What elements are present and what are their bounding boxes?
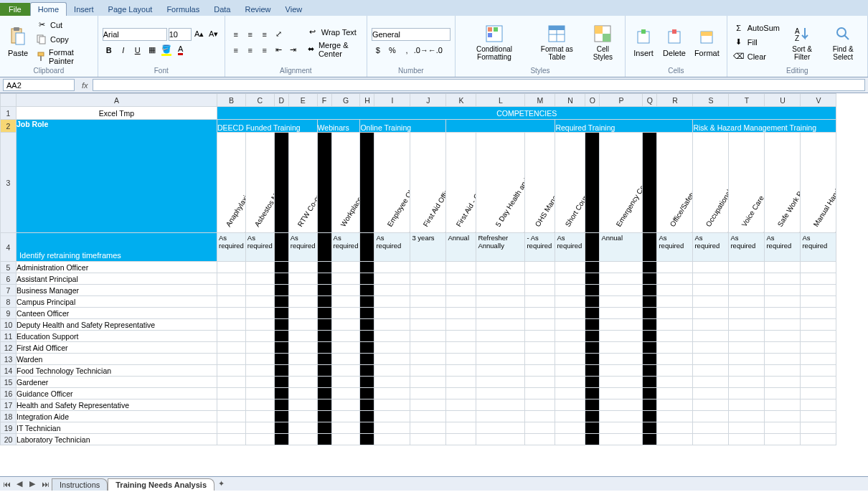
cell[interactable] <box>555 434 585 445</box>
cell[interactable] <box>555 388 585 399</box>
cell[interactable] <box>245 331 274 342</box>
cell[interactable] <box>360 388 374 399</box>
cell[interactable] <box>317 285 331 296</box>
cell[interactable] <box>331 331 360 342</box>
row-header[interactable]: 18 <box>1 411 16 422</box>
cell[interactable] <box>217 377 246 388</box>
cell[interactable] <box>765 342 801 354</box>
bold-button[interactable]: B <box>103 44 115 57</box>
cell[interactable] <box>217 365 246 377</box>
cell[interactable] <box>600 399 643 411</box>
cell[interactable]: Office/Safety Ergonomics <box>657 133 693 233</box>
cell[interactable] <box>729 319 765 331</box>
cell[interactable] <box>331 388 360 399</box>
wrap-text-button[interactable]: ↩Wrap Text <box>306 26 362 39</box>
cell[interactable] <box>476 262 525 273</box>
col-header[interactable]: F <box>317 94 331 107</box>
cell[interactable]: As required <box>374 233 410 262</box>
cell[interactable] <box>331 262 360 273</box>
row-header[interactable]: 12 <box>1 342 16 354</box>
row-header[interactable]: 3 <box>1 133 16 233</box>
cell[interactable] <box>360 296 374 308</box>
cell[interactable] <box>360 308 374 319</box>
cell[interactable]: Manual Handling <box>801 133 836 233</box>
col-header[interactable]: A <box>16 94 217 107</box>
font-color-button[interactable]: A <box>174 44 187 57</box>
cell[interactable] <box>217 388 246 399</box>
col-header[interactable]: E <box>288 94 317 107</box>
col-header[interactable]: H <box>360 94 374 107</box>
percent-button[interactable]: % <box>386 44 399 57</box>
cell[interactable] <box>274 342 288 354</box>
cell[interactable] <box>585 388 600 399</box>
sort-filter-button[interactable]: AZSort & Filter <box>784 17 820 67</box>
cell[interactable] <box>693 388 729 399</box>
cell[interactable] <box>274 233 288 262</box>
tab-insert[interactable]: Insert <box>67 3 101 16</box>
cell[interactable] <box>729 273 765 285</box>
cell[interactable] <box>331 411 360 422</box>
cell[interactable] <box>729 296 765 308</box>
row-header[interactable]: 9 <box>1 308 16 319</box>
cell[interactable] <box>331 434 360 445</box>
cell[interactable] <box>476 354 525 365</box>
cell[interactable] <box>600 262 643 273</box>
autosum-button[interactable]: ΣAutoSum <box>732 22 781 34</box>
row-header[interactable]: 16 <box>1 388 16 399</box>
cell[interactable] <box>555 411 585 422</box>
cell[interactable] <box>245 354 274 365</box>
cell[interactable] <box>643 233 657 262</box>
cell[interactable] <box>374 319 410 331</box>
cell[interactable] <box>446 399 476 411</box>
cell[interactable]: Voice Care <box>729 133 765 233</box>
cell[interactable] <box>374 262 410 273</box>
cell[interactable] <box>525 285 555 296</box>
cell[interactable] <box>317 331 331 342</box>
cell[interactable] <box>657 354 693 365</box>
cell[interactable] <box>245 411 274 422</box>
cell[interactable] <box>374 308 410 319</box>
font-size-select[interactable] <box>169 28 192 41</box>
cell[interactable]: Anaphylaxis Training <box>217 133 246 233</box>
cell[interactable] <box>476 422 525 434</box>
cell[interactable] <box>525 422 555 434</box>
cell[interactable] <box>765 377 801 388</box>
underline-button[interactable]: U <box>131 44 144 57</box>
row-header[interactable]: 8 <box>1 296 16 308</box>
cell[interactable] <box>446 411 476 422</box>
cell[interactable] <box>274 434 288 445</box>
cell[interactable] <box>317 399 331 411</box>
cell[interactable] <box>288 273 317 285</box>
row-header[interactable]: 1 <box>1 107 16 120</box>
cell[interactable] <box>360 285 374 296</box>
paste-button[interactable]: Paste <box>4 17 32 67</box>
cell[interactable] <box>217 285 246 296</box>
name-box[interactable] <box>3 79 75 91</box>
cell[interactable] <box>217 319 246 331</box>
cell[interactable]: Canteen Officer <box>16 308 217 319</box>
tab-file[interactable]: File <box>0 3 30 16</box>
cell[interactable] <box>555 399 585 411</box>
cell[interactable] <box>288 262 317 273</box>
cell[interactable] <box>801 285 836 296</box>
cell[interactable] <box>476 273 525 285</box>
cell[interactable] <box>729 388 765 399</box>
cell[interactable] <box>374 296 410 308</box>
cell[interactable] <box>525 411 555 422</box>
comma-button[interactable]: , <box>400 44 413 57</box>
format-as-table-button[interactable]: Format as Table <box>532 17 582 67</box>
cell[interactable] <box>525 365 555 377</box>
cell[interactable] <box>476 377 525 388</box>
cell[interactable] <box>360 331 374 342</box>
row-header[interactable]: 15 <box>1 377 16 388</box>
cell[interactable] <box>555 365 585 377</box>
cell[interactable] <box>217 308 246 319</box>
cell[interactable] <box>374 365 410 377</box>
cell[interactable] <box>274 354 288 365</box>
cell[interactable] <box>446 422 476 434</box>
cell[interactable] <box>360 365 374 377</box>
cell[interactable] <box>765 399 801 411</box>
cell[interactable] <box>374 354 410 365</box>
cell[interactable] <box>317 434 331 445</box>
cell[interactable] <box>643 434 657 445</box>
